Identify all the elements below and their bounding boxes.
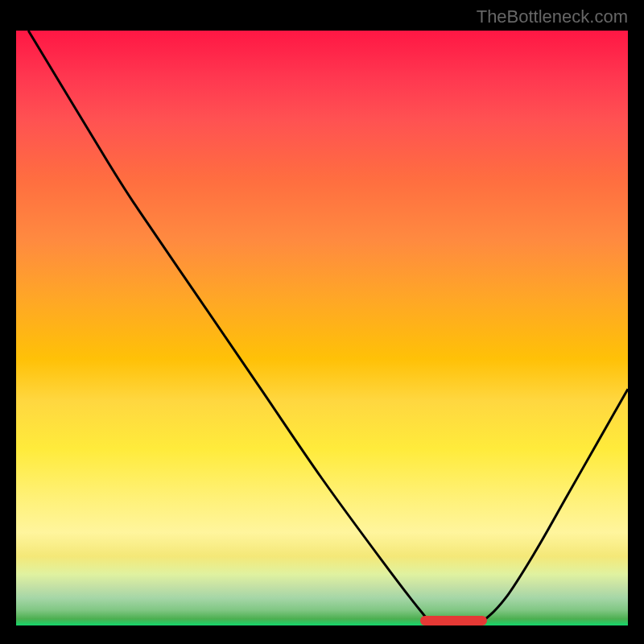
optimal-zone-marker [420, 616, 488, 625]
watermark-text: TheBottleneck.com [477, 6, 628, 27]
bottleneck-curve [16, 31, 628, 628]
chart-area [16, 31, 628, 628]
x-axis-line [16, 625, 628, 628]
curve-path [28, 31, 628, 628]
